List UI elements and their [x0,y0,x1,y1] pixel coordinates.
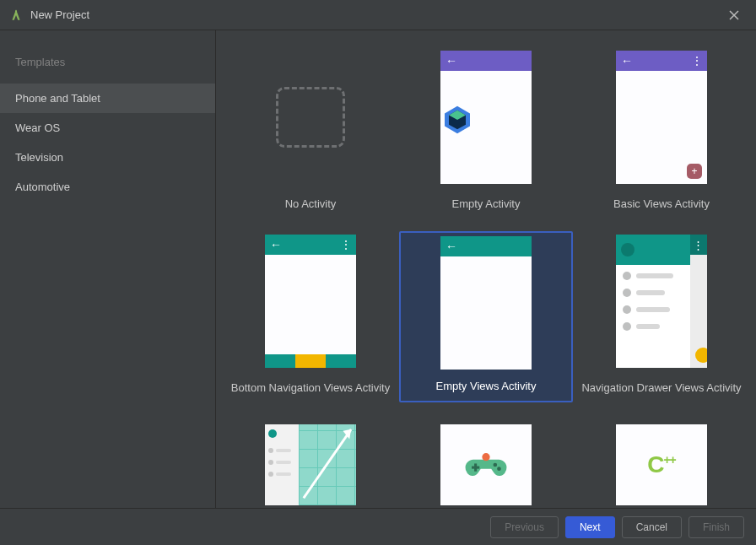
template-thumbnail: ← ⋮ [265,235,356,368]
sidebar-item-label: Wear OS [15,121,60,134]
svg-rect-8 [472,466,479,468]
template-card-bottom-navigation[interactable]: ← ⋮ Bottom Navigation Views Activity [224,231,397,402]
mock-drawer-list [616,265,690,337]
svg-point-10 [497,467,501,471]
resize-arrow-icon [299,424,356,503]
template-label: Basic Views Activity [613,197,710,210]
template-card-basic-views-activity[interactable]: ← ⋮ + Basic Views Activity [575,47,748,213]
mock-body: + [616,71,707,184]
sidebar-header: Templates [0,47,215,84]
back-arrow-icon: ← [270,238,282,251]
template-card-game-activity[interactable]: Game Activity (C++) [399,421,573,508]
mock-bottom-nav [265,354,356,368]
mock-appbar: ← ⋮ [265,235,356,255]
sidebar-item-label: Automotive [15,181,70,193]
window-title: New Project [30,8,89,21]
next-button[interactable]: Next [565,516,615,538]
mock-drawer-content: ⋮ [690,235,707,368]
template-card-navigation-drawer[interactable]: ⋮ Navigation Drawer Views Activity [575,231,748,402]
template-label: Empty Views Activity [436,380,537,392]
finish-button[interactable]: Finish [688,516,744,538]
titlebar: New Project [0,0,756,30]
template-thumbnail: ← [440,51,532,184]
template-grid: No Activity ← Empty Activ [224,47,748,508]
android-studio-icon [10,8,22,22]
mock-nav-rail [265,424,299,505]
close-icon [729,10,739,20]
back-arrow-icon: ← [446,54,457,67]
template-thumbnail: C++ [616,424,707,505]
fab-icon [695,348,707,363]
mock-drawer-panel [616,235,690,368]
mock-appbar: ← [440,51,532,71]
mock-body [440,71,532,184]
dashed-placeholder-icon [276,87,345,148]
template-card-no-activity[interactable]: No Activity [224,47,397,213]
svg-point-0 [15,10,17,12]
template-thumbnail [265,51,356,184]
avatar-icon [621,243,634,256]
cancel-button[interactable]: Cancel [622,516,682,538]
mock-drawer-header [616,235,690,265]
mock-body [440,424,532,505]
sidebar: Templates Phone and Tablet Wear OS Telev… [0,30,216,508]
svg-line-4 [304,429,351,498]
template-card-native-cpp[interactable]: C++ Native C++ [575,421,748,508]
main-area: Templates Phone and Tablet Wear OS Telev… [0,30,756,508]
template-card-empty-views-activity[interactable]: ← Empty Views Activity [399,231,573,402]
sidebar-item-automotive[interactable]: Automotive [0,172,215,202]
mock-body [440,256,532,370]
svg-point-9 [494,462,498,467]
overflow-menu-icon: ⋮ [693,239,704,251]
sidebar-item-label: Television [15,151,63,164]
mock-responsive-pane [299,424,356,505]
template-thumbnail: ⋮ [616,235,707,368]
svg-point-6 [482,453,489,461]
sidebar-item-television[interactable]: Television [0,143,215,172]
mock-body [265,255,356,354]
template-gallery: No Activity ← Empty Activ [216,30,756,508]
previous-button[interactable]: Previous [490,516,559,538]
overflow-menu-icon: ⋮ [691,54,702,67]
template-label: Navigation Drawer Views Activity [581,381,741,394]
mock-appbar: ← [440,236,532,256]
close-button[interactable] [722,3,746,27]
template-label: No Activity [285,197,337,210]
back-arrow-icon: ← [621,54,633,67]
overflow-menu-icon: ⋮ [340,238,351,251]
mock-body: C++ [616,424,707,505]
template-label: Bottom Navigation Views Activity [231,381,390,394]
template-thumbnail: ← ⋮ + [616,51,707,184]
template-thumbnail [440,424,532,505]
template-thumbnail: ← [440,236,532,370]
sidebar-item-wear-os[interactable]: Wear OS [0,113,215,143]
template-label: Empty Activity [452,197,521,210]
template-card-empty-activity[interactable]: ← Empty Activity [399,47,573,213]
cpp-logo-icon: C++ [647,451,676,478]
template-thumbnail [265,424,356,505]
fab-icon: + [687,164,702,179]
back-arrow-icon: ← [446,240,457,253]
sidebar-item-phone-and-tablet[interactable]: Phone and Tablet [0,84,215,113]
wizard-footer: Previous Next Cancel Finish [0,508,756,545]
sidebar-item-label: Phone and Tablet [15,92,100,105]
gamepad-icon [465,451,507,479]
mock-appbar: ← ⋮ [616,51,707,71]
compose-logo-icon [440,103,474,137]
template-card-responsive-views[interactable]: Responsive Views Activity [224,421,397,508]
